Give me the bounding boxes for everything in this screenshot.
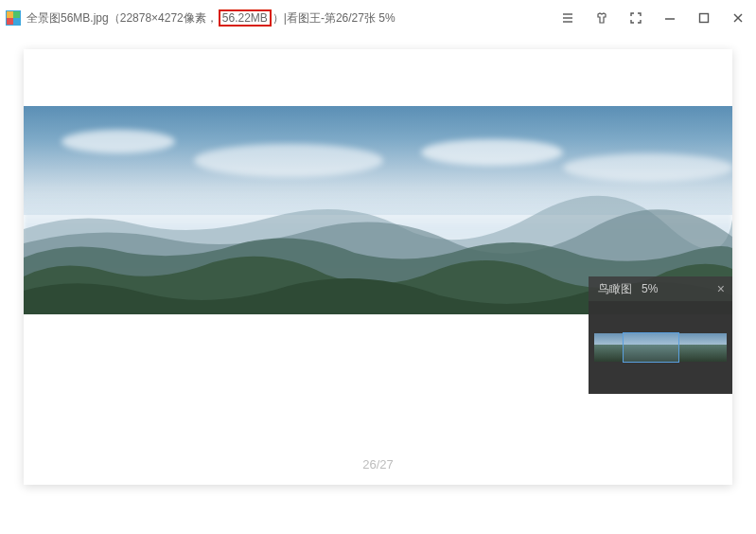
navigator-thumbnail bbox=[594, 333, 727, 362]
menu-button[interactable] bbox=[559, 9, 576, 27]
svg-rect-2 bbox=[13, 11, 20, 18]
svg-rect-3 bbox=[7, 18, 13, 25]
filename: 全景图56MB.jpg bbox=[26, 10, 109, 27]
titlebar: 全景图56MB.jpg （ 22878×4272像素 ， 56.22MB ） |… bbox=[0, 0, 756, 36]
paren-close: ） bbox=[273, 10, 284, 27]
navigator-panel[interactable]: 鸟瞰图 5% × bbox=[589, 276, 732, 394]
app-icon bbox=[6, 10, 21, 26]
image-canvas[interactable]: 26/27 鸟瞰图 5% × bbox=[24, 49, 732, 485]
sep-comma: ， bbox=[206, 10, 218, 27]
navigator-zoom: 5% bbox=[642, 282, 658, 295]
navigator-body[interactable] bbox=[589, 301, 732, 394]
window-controls bbox=[559, 9, 747, 27]
skin-button[interactable] bbox=[593, 9, 610, 27]
app-window: 全景图56MB.jpg （ 22878×4272像素 ， 56.22MB ） |… bbox=[0, 0, 756, 534]
paren-open: （ bbox=[109, 10, 120, 27]
navigator-title: 鸟瞰图 bbox=[598, 282, 632, 295]
title-text: 全景图56MB.jpg （ 22878×4272像素 ， 56.22MB ） |… bbox=[26, 9, 396, 27]
dimensions: 22878×4272像素 bbox=[120, 10, 206, 27]
minimize-button[interactable] bbox=[661, 9, 678, 27]
page-indicator: 26/27 bbox=[24, 457, 732, 472]
svg-rect-1 bbox=[7, 11, 13, 18]
image-position: 第26/27张 bbox=[325, 10, 376, 27]
app-name: 看图王 bbox=[287, 10, 321, 27]
maximize-button[interactable] bbox=[695, 9, 712, 27]
navigator-header: 鸟瞰图 5% × bbox=[589, 276, 732, 301]
filesize-highlighted: 56.22MB bbox=[219, 9, 272, 27]
close-button[interactable] bbox=[730, 9, 747, 27]
navigator-viewport[interactable] bbox=[623, 332, 679, 363]
zoom-level: 5% bbox=[378, 11, 395, 25]
fullscreen-button[interactable] bbox=[627, 9, 644, 27]
svg-rect-9 bbox=[700, 14, 709, 23]
svg-rect-4 bbox=[13, 18, 20, 25]
navigator-close-icon[interactable]: × bbox=[717, 281, 725, 296]
